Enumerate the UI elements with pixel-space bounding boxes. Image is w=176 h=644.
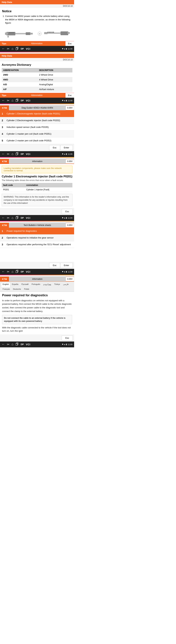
cable-svg-1 — [3, 28, 36, 39]
esc-button-6[interactable]: Esc — [62, 336, 73, 340]
fault-col-code: fault code — [2, 183, 25, 188]
language-tab[interactable]: Русский — [20, 282, 30, 287]
scissors-icon-6[interactable]: ✂ — [7, 342, 9, 346]
back-icon-5[interactable]: ← — [2, 270, 5, 274]
copy-icon-3[interactable]: 🗍 — [15, 152, 19, 156]
wifi-icon-6: ● — [64, 344, 65, 346]
home-icon-3[interactable]: ⌂ — [11, 152, 13, 156]
time-3: 11:09 — [68, 153, 72, 155]
esc-button-1[interactable]: Esc — [65, 41, 74, 46]
item-number: 1 — [2, 230, 5, 232]
svg-rect-2 — [5, 32, 8, 35]
scissors-icon-4[interactable]: ✂ — [7, 216, 9, 220]
desc-cell: Air/fuel mixture — [38, 87, 72, 92]
section6: KTM information 0.00V EnglishEspañaРусск… — [0, 276, 74, 347]
svg-rect-0 — [15, 33, 26, 34]
back-icon-1[interactable]: ← — [2, 47, 5, 50]
back-icon-2[interactable]: ← — [2, 99, 5, 102]
home-icon-5[interactable]: ⌂ — [11, 270, 13, 274]
voltage-4: 0.00V — [66, 159, 74, 164]
language-tab[interactable]: Polski — [22, 287, 31, 291]
toolbar-status-4: ✸ ● ▮ 11:09 — [62, 217, 72, 219]
back-icon-3[interactable]: ← — [2, 152, 5, 156]
svg-rect-13 — [60, 32, 68, 35]
home-icon-6[interactable]: ⌂ — [11, 342, 13, 346]
info-section-4: Loading translation components, please m… — [0, 164, 74, 208]
list-item[interactable]: 3Induction speed sensor (fault code P033… — [0, 124, 74, 131]
ktm-label-3: KTM — [0, 106, 9, 110]
scissors-icon-1[interactable]: ✂ — [7, 47, 9, 51]
item-text: Operations required after performing the… — [6, 243, 71, 246]
list-item[interactable]: 3Operations required after performing th… — [0, 241, 74, 248]
scissors-icon-2[interactable]: ✂ — [7, 99, 9, 102]
time-5: 11:09 — [68, 271, 72, 273]
home-icon-2[interactable]: ⌂ — [11, 99, 13, 102]
breadcrumb-3: Diag Guide>>ENG>>Keihin KHR4 — [9, 106, 65, 110]
scissors-icon-5[interactable]: ✂ — [7, 270, 9, 274]
list-item[interactable]: 2Operations required to initialize the g… — [0, 234, 74, 241]
abbr-cell: 2WD — [2, 72, 38, 77]
back-icon-4[interactable]: ← — [2, 216, 5, 220]
enter-button-5[interactable]: Enter — [60, 263, 73, 268]
svg-rect-17 — [50, 32, 51, 33]
battery-icon-3: ▮ — [66, 153, 67, 155]
esc-button-3[interactable]: Esc — [49, 145, 60, 150]
ktm-bar-3: KTM Diag Guide>>ENG>>Keihin KHR4 0.00V — [0, 106, 74, 110]
bottom-controls-4: Esc — [0, 208, 74, 215]
list-item[interactable]: 2Cylinder 2 Electromagnetic injector (fa… — [0, 117, 74, 124]
tips-abbr-2: Abbreviation — [30, 93, 44, 98]
voltage-3: 0.00V — [66, 106, 74, 110]
language-tab[interactable]: Deutsche — [11, 287, 22, 291]
item-text: Cylinder 1 Electromagnetic injector (fau… — [6, 112, 60, 115]
item-text: Power required for diagnostics — [6, 230, 37, 232]
esc-button-5[interactable]: Esc — [49, 263, 60, 268]
language-tab[interactable]: ภาษาไทย — [42, 282, 53, 287]
col-header-desc: DESCRIPTION — [38, 68, 72, 72]
table-row: 4WD4 Wheel Drive — [2, 77, 72, 82]
copy-icon-2[interactable]: 🗍 — [15, 99, 19, 102]
svg-rect-6 — [30, 33, 33, 34]
home-icon-1[interactable]: ⌂ — [11, 47, 13, 50]
back-icon-6[interactable]: ← — [2, 342, 5, 346]
list-item[interactable]: 4Cylinder 1 master pen coil (fault code … — [0, 131, 74, 137]
abbr-cell: 4WD — [2, 77, 38, 82]
esc-button-4[interactable]: Esc — [62, 209, 73, 214]
copy-icon-1[interactable]: 🗍 — [15, 47, 19, 50]
esc-button-2[interactable]: Esc — [65, 93, 74, 98]
list-item[interactable]: 5Cylinder 2 master pen coil (fault code … — [0, 137, 74, 144]
language-tab[interactable]: Türkçe — [53, 282, 62, 287]
battery-icon-2: ▮ — [66, 100, 67, 102]
language-tab[interactable]: Português — [30, 282, 42, 287]
language-tab[interactable]: فارسی — [62, 282, 70, 287]
vci-logo-3: VCI — [26, 153, 30, 156]
bluetooth-icon-4: ✸ — [62, 217, 63, 219]
language-tab[interactable]: Français — [1, 287, 11, 291]
item-text: Operations required to initialize the ge… — [6, 236, 54, 239]
item-number: 3 — [2, 126, 5, 128]
diag-list-3: 1Cylinder 1 Electromagnetic injector (fa… — [0, 110, 74, 144]
ktm-label-6: KTM — [0, 276, 9, 282]
bluetooth-icon-3: ✸ — [62, 153, 63, 155]
breadcrumb-4: information — [9, 159, 65, 164]
enter-button-3[interactable]: Enter — [60, 145, 73, 150]
toolbar-status-2: ✸ ● ▮ 11:09 — [62, 100, 72, 102]
copy-icon-6[interactable]: 🗍 — [15, 342, 19, 346]
svg-rect-9 — [11, 32, 12, 33]
diag-list-5: 1Power required for diagnostics2Operatio… — [0, 228, 74, 248]
wifi-icon-2: ● — [64, 100, 65, 102]
scissors-icon-3[interactable]: ✂ — [7, 152, 9, 156]
copy-icon-5[interactable]: 🗍 — [15, 270, 19, 274]
toolbar-nav-icons-2: ← ✂ ⌂ 🗍 DP VCI — [2, 99, 30, 102]
copy-icon-4[interactable]: 🗍 — [15, 216, 19, 220]
vci-logo-5: VCI — [26, 270, 30, 273]
list-item[interactable]: 1Power required for diagnostics — [0, 228, 74, 234]
item-number: 4 — [2, 132, 5, 135]
ktm-label-5: KTM — [0, 223, 9, 228]
item-number: 2 — [2, 119, 5, 122]
language-tab[interactable]: España — [10, 282, 20, 287]
home-icon-4[interactable]: ⌂ — [11, 216, 13, 220]
list-item[interactable]: 1Cylinder 1 Electromagnetic injector (fa… — [0, 110, 74, 117]
toolbar-nav-icons-6: ← ✂ ⌂ 🗍 DP VCI — [2, 342, 30, 346]
battery-icon-4: ▮ — [66, 217, 67, 219]
language-tab[interactable]: English — [1, 282, 10, 287]
